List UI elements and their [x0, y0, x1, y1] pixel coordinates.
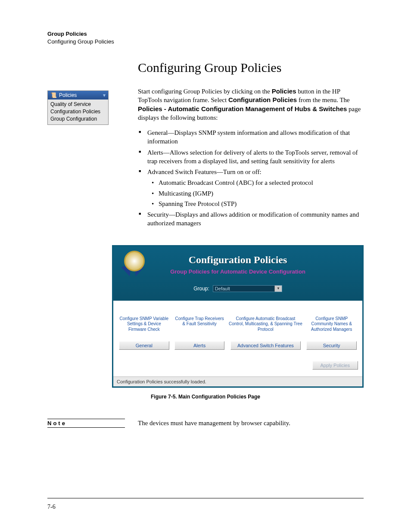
- chevron-down-icon[interactable]: ▼: [274, 286, 282, 292]
- advanced-desc: Configure Automatic Broadcast Control, M…: [228, 316, 302, 339]
- running-header: Group Policies Configuring Group Policie…: [47, 30, 364, 45]
- chevron-down-icon: ▾: [103, 92, 106, 98]
- menu-item-group-config[interactable]: Group Configuration: [50, 115, 106, 123]
- panel-title: Configuration Policies: [120, 254, 355, 266]
- status-bar: Configuration Policies successfully load…: [113, 376, 362, 386]
- security-desc: Configure SNMP Community Names & Authori…: [305, 316, 358, 339]
- running-header-sub: Configuring Group Policies: [47, 38, 364, 46]
- list-item: Security—Displays and allows addition or…: [147, 210, 364, 228]
- feature-list: General—Displays SNMP system information…: [138, 128, 364, 228]
- note-label: Note: [47, 419, 125, 428]
- general-desc: Configure SNMP Variable Settings & Devic…: [118, 316, 171, 339]
- page-number: 7-6: [47, 504, 56, 510]
- footer-rule: [47, 498, 364, 498]
- list-item: Advanced Switch Features—Turn on or off:…: [147, 168, 364, 208]
- intro-paragraph: Start configuring Group Policies by clic…: [138, 87, 364, 122]
- running-header-title: Group Policies: [47, 30, 364, 38]
- group-select[interactable]: Default ▼: [213, 285, 282, 292]
- panel-subtitle: Group Policies for Automatic Device Conf…: [120, 268, 355, 275]
- figure-caption: Figure 7-5. Main Configuration Policies …: [47, 394, 364, 400]
- menu-item-config-policies[interactable]: Configuration Policies: [50, 108, 106, 115]
- group-select-value: Default: [215, 286, 230, 291]
- security-button[interactable]: Security: [306, 341, 357, 350]
- policies-menu-header[interactable]: 📜 Policies ▾: [48, 91, 108, 100]
- list-item: Alerts—Allows selection for delivery of …: [147, 148, 364, 166]
- list-item: Multicasting (IGMP): [159, 189, 364, 198]
- section-title: Configuring Group Policies: [138, 60, 364, 75]
- advanced-switch-button[interactable]: Advanced Switch Features: [230, 341, 301, 350]
- menu-item-qos[interactable]: Quality of Service: [50, 101, 106, 108]
- policies-menu-title: Policies: [59, 92, 77, 98]
- award-ribbon-icon: [123, 251, 143, 271]
- list-item: Automatic Broadcast Control (ABC) for a …: [159, 178, 364, 187]
- scroll-icon: 📜: [50, 92, 57, 98]
- alerts-button[interactable]: Alerts: [174, 341, 225, 350]
- list-item: Spanning Tree Protocol (STP): [159, 199, 364, 208]
- group-label: Group:: [193, 286, 209, 292]
- apply-policies-button[interactable]: Apply Policies: [312, 361, 358, 370]
- alerts-desc: Configure Trap Receivers & Fault Sensiti…: [173, 316, 226, 339]
- config-policies-screenshot: Configuration Policies Group Policies fo…: [112, 245, 364, 388]
- policies-menu[interactable]: 📜 Policies ▾ Quality of Service Configur…: [47, 90, 109, 125]
- list-item: General—Displays SNMP system information…: [147, 128, 364, 146]
- note-text: The devices must have management by brow…: [138, 419, 364, 428]
- general-button[interactable]: General: [119, 341, 169, 350]
